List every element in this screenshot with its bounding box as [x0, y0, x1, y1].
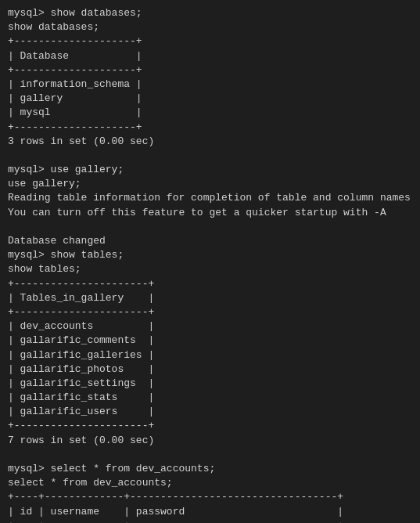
table-header-line: | Database |: [8, 49, 412, 63]
empty-line: [8, 220, 412, 234]
table-border-line: +----------------------+: [8, 419, 412, 433]
table-border-line: +----+-------------+--------------------…: [8, 490, 412, 504]
terminal: mysql> show databases;show databases;+--…: [8, 6, 412, 523]
table-row-line: | gallarific_stats |: [8, 391, 412, 405]
table-row-line: | gallery |: [8, 92, 412, 106]
plain-line: You can turn off this feature to get a q…: [8, 206, 412, 220]
plain-line: Database changed: [8, 234, 412, 248]
plain-line: Reading table information for completion…: [8, 191, 412, 205]
table-border-line: +--------------------+: [8, 63, 412, 78]
plain-line: use gallery;: [8, 177, 412, 191]
prompt-line: mysql> show tables;: [8, 248, 412, 262]
table-row-line: | gallarific_comments |: [8, 334, 412, 348]
info-line: 7 rows in set (0.00 sec): [8, 434, 412, 448]
prompt-line: mysql> use gallery;: [8, 163, 412, 177]
plain-line: show tables;: [8, 262, 412, 276]
table-border-line: +--------------------+: [8, 121, 412, 135]
table-header-line: | Tables_in_gallery |: [8, 291, 412, 305]
table-row-line: | mysql |: [8, 106, 412, 120]
table-row-line: | information_schema |: [8, 78, 412, 92]
plain-line: select * from dev_accounts;: [8, 476, 412, 490]
empty-line: [8, 149, 412, 163]
table-row-line: | gallarific_photos |: [8, 362, 412, 377]
prompt-line: mysql> select * from dev_accounts;: [8, 462, 412, 476]
table-row-line: | dev_accounts |: [8, 319, 412, 334]
table-border-line: +----------------------+: [8, 305, 412, 319]
info-line: 3 rows in set (0.00 sec): [8, 135, 412, 149]
table-border-line: +----+-------------+--------------------…: [8, 519, 412, 523]
empty-line: [8, 448, 412, 462]
table-row-line: | gallarific_settings |: [8, 377, 412, 391]
table-border-line: +--------------------+: [8, 34, 412, 49]
prompt-line: mysql> show databases;: [8, 6, 412, 20]
table-row-line: | gallarific_galleries |: [8, 348, 412, 362]
table-header-line: | id | username | password |: [8, 505, 412, 519]
plain-line: show databases;: [8, 20, 412, 34]
table-border-line: +----------------------+: [8, 277, 412, 291]
table-row-line: | gallarific_users |: [8, 405, 412, 419]
